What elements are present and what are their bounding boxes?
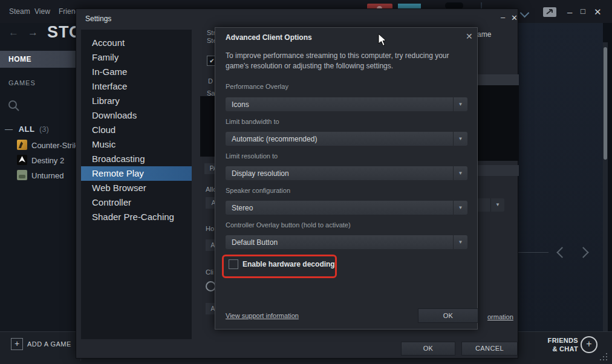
add-game-plus-icon[interactable]: + — [11, 338, 23, 350]
settings-support-link-fragment[interactable]: ormation — [487, 313, 513, 320]
limit-resolution-label: Limit resolution to — [226, 152, 278, 160]
friends-label-line2: & CHAT — [527, 345, 578, 353]
divider — [514, 252, 549, 253]
settings-nav-remote-play[interactable]: Remote Play — [81, 166, 192, 181]
settings-dropdown-fragment[interactable]: ▼ — [477, 198, 504, 212]
games-section-label: GAMES — [8, 79, 36, 86]
settings-text-fragment: Ho — [206, 225, 214, 232]
advanced-dialog-title: Advanced Client Options — [226, 33, 312, 42]
friends-chat-icon[interactable]: + — [581, 336, 597, 353]
enable-hardware-decoding-label: Enable hardware decoding — [243, 260, 335, 268]
enable-hardware-decoding-checkbox[interactable] — [229, 259, 238, 269]
game-name: Unturned — [31, 171, 63, 180]
settings-nav-interface[interactable]: Interface — [81, 79, 192, 94]
library-group-all[interactable]: — ALL (3) — [5, 125, 49, 134]
limit-resolution-dropdown[interactable]: Display resolution ▼ — [226, 166, 467, 180]
dropdown-value: Automatic (recommended) — [232, 135, 317, 143]
settings-ok-button[interactable]: OK — [401, 342, 455, 356]
steam-window: Steam View Friends – □ ✕ ← → STORE HOME … — [0, 0, 612, 364]
search-icon[interactable] — [8, 100, 20, 114]
settings-nav-account[interactable]: Account — [81, 36, 192, 50]
settings-cancel-button[interactable]: CANCEL — [461, 342, 518, 356]
limit-bandwidth-label: Limit bandwidth to — [226, 118, 279, 125]
settings-text-fragment: ame — [477, 30, 491, 39]
dropdown-arrow-icon: ▼ — [453, 97, 467, 111]
settings-strip-fragment — [477, 165, 519, 176]
advanced-close-icon[interactable]: ✕ — [466, 31, 473, 41]
menu-steam[interactable]: Steam — [9, 7, 30, 16]
settings-nav-library[interactable]: Library — [81, 94, 192, 108]
settings-nav-controller[interactable]: Controller — [81, 195, 192, 210]
add-game-button[interactable]: ADD A GAME — [27, 340, 71, 348]
dropdown-arrow-icon: ▼ — [453, 235, 467, 249]
unturned-icon — [17, 170, 27, 180]
advanced-client-options-dialog: Advanced Client Options ✕ To improve per… — [215, 27, 478, 330]
settings-nav-downloads[interactable]: Downloads — [81, 108, 192, 123]
settings-nav-broadcasting[interactable]: Broadcasting — [81, 152, 192, 166]
dropdown-arrow-icon: ▼ — [453, 166, 467, 180]
performance-overlay-dropdown[interactable]: Icons ▼ — [226, 97, 467, 111]
tab-home-label: HOME — [8, 55, 31, 63]
nav-forward-icon[interactable]: → — [28, 27, 38, 39]
destiny-2-icon — [17, 155, 27, 165]
settings-image-block — [477, 85, 519, 161]
settings-nav-web-browser[interactable]: Web Browser — [81, 181, 192, 195]
window-maximize-button[interactable]: □ — [581, 7, 585, 16]
menu-view[interactable]: View — [34, 7, 50, 16]
settings-text-fragment: Str — [207, 29, 215, 36]
settings-nav-list: Account Family In-Game Interface Library… — [81, 30, 192, 339]
settings-nav-music[interactable]: Music — [81, 137, 192, 152]
dropdown-value: Stereo — [232, 204, 253, 212]
settings-nav-family[interactable]: Family — [81, 50, 192, 65]
scrollbar-thumb[interactable] — [604, 47, 607, 160]
settings-nav-in-game[interactable]: In-Game — [81, 65, 192, 79]
friends-label-line1: FRIENDS — [527, 336, 578, 345]
settings-strip-fragment — [477, 74, 519, 85]
dropdown-value: Icons — [232, 100, 249, 109]
advanced-ok-button[interactable]: OK — [418, 308, 478, 323]
group-all-label: ALL — [19, 125, 35, 134]
dropdown-arrow-icon: ▼ — [453, 201, 467, 215]
dropdown-arrow-icon: ▼ — [490, 198, 504, 212]
settings-text-fragment: Cli — [206, 268, 213, 276]
performance-overlay-label: Performance Overlay — [226, 83, 288, 90]
nav-back-icon[interactable]: ← — [8, 27, 19, 39]
view-support-information-link[interactable]: View support information — [226, 312, 299, 319]
limit-bandwidth-dropdown[interactable]: Automatic (recommended) ▼ — [226, 132, 467, 146]
friends-chat-button[interactable]: FRIENDS & CHAT — [527, 336, 578, 353]
window-minimize-button[interactable]: – — [567, 7, 572, 17]
settings-text-fragment: D — [208, 77, 213, 85]
dropdown-value: Default Button — [232, 238, 278, 247]
game-name: Counter-Strike — [31, 141, 82, 150]
settings-close-button[interactable]: ✕ — [511, 13, 518, 22]
controller-overlay-dropdown[interactable]: Default Button ▼ — [226, 235, 467, 249]
game-name: Destiny 2 — [31, 156, 64, 165]
settings-title: Settings — [85, 15, 111, 23]
settings-nav-shader-pre-caching[interactable]: Shader Pre-Caching — [81, 210, 192, 224]
window-close-button[interactable]: ✕ — [594, 7, 602, 18]
advanced-description: To improve performance streaming to this… — [226, 51, 465, 71]
counter-strike-icon — [17, 140, 27, 150]
speaker-configuration-dropdown[interactable]: Stereo ▼ — [226, 201, 467, 215]
controller-overlay-label: Controller Overlay button (hold to activ… — [226, 221, 351, 229]
collapse-icon[interactable]: — — [5, 125, 13, 134]
dropdown-value: Display resolution — [232, 169, 289, 178]
screenshot-icon[interactable] — [543, 7, 556, 17]
dropdown-arrow-icon: ▼ — [453, 132, 467, 146]
settings-minimize-button[interactable]: – — [501, 13, 505, 22]
speaker-configuration-label: Speaker configuration — [226, 187, 290, 194]
settings-nav-cloud[interactable]: Cloud — [81, 123, 192, 137]
group-all-count: (3) — [39, 125, 49, 134]
resize-grip[interactable] — [600, 353, 608, 362]
mouse-cursor — [378, 33, 388, 49]
